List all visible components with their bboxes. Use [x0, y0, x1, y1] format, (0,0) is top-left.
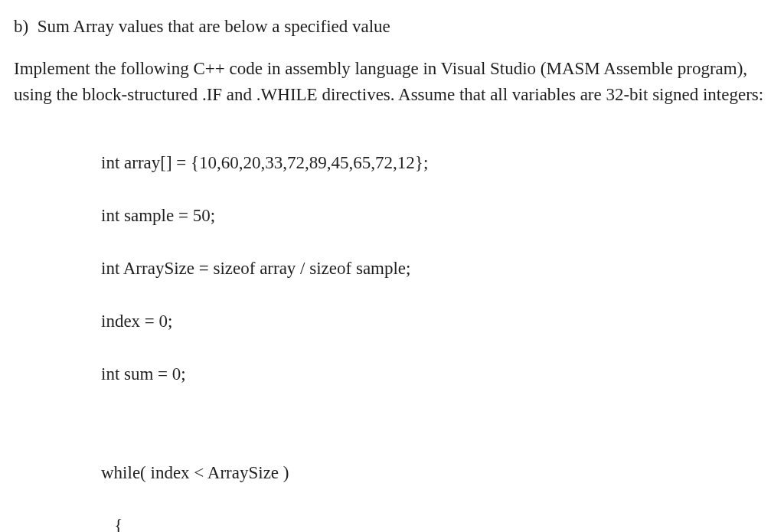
- code-blank-line: [101, 414, 775, 433]
- code-line: int sum = 0;: [101, 361, 775, 388]
- code-line: {: [101, 513, 775, 532]
- code-block: int array[] = {10,60,20,33,72,89,45,65,7…: [101, 124, 775, 533]
- instruction-paragraph: Implement the following C++ code in asse…: [14, 56, 775, 109]
- code-line: while( index < ArraySize ): [101, 460, 775, 487]
- question-title: Sum Array values that are below a specif…: [38, 17, 390, 36]
- code-line: int ArraySize = sizeof array / sizeof sa…: [101, 256, 775, 282]
- code-line: int array[] = {10,60,20,33,72,89,45,65,7…: [101, 150, 775, 177]
- question-label: b): [14, 17, 28, 36]
- question-header: b) Sum Array values that are below a spe…: [14, 14, 775, 41]
- code-line: index = 0;: [101, 308, 775, 335]
- code-line: int sample = 50;: [101, 203, 775, 230]
